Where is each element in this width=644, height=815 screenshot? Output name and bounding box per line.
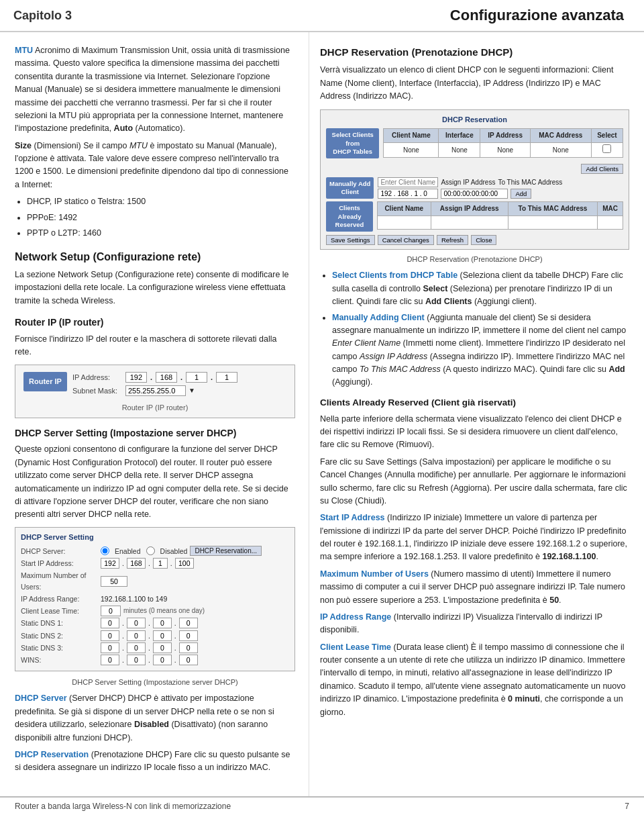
ip-dot-1: .: [150, 372, 152, 383]
dns1-2[interactable]: [127, 618, 146, 628]
cell-mac: None: [530, 142, 591, 158]
wins-label: WINS:: [21, 655, 98, 665]
add-manual-button[interactable]: Add: [511, 189, 531, 199]
col-ip-address: IP Address: [480, 129, 530, 143]
manual-ip-input[interactable]: [378, 189, 438, 199]
max-users-para: Maximum Number of Users (Numero massimo …: [320, 568, 629, 607]
dns2-1[interactable]: [101, 630, 119, 641]
static-dns3-label: Static DNS 3:: [21, 642, 98, 653]
dhcp-mockup-caption: DHCP Server Setting (Impostazione server…: [15, 677, 295, 688]
client-lease-label: Client Lease Time:: [21, 606, 98, 616]
dhcp-disabled-radio[interactable]: [146, 546, 155, 555]
bullet-list: DHCP, IP statico o Telstra: 1500 PPPoE: …: [27, 195, 295, 240]
close-button[interactable]: Close: [471, 235, 496, 245]
add-clients-button[interactable]: Add Clients: [581, 164, 623, 174]
res-mockup-caption: DHCP Reservation (Prenotazione DHCP): [320, 254, 629, 265]
start-ip-1[interactable]: [101, 558, 119, 569]
dhcp-reservation-button[interactable]: DHCP Reservation...: [190, 546, 262, 556]
ip-address-label: IP Address:: [72, 372, 123, 383]
select-clients-section: Select Clients fromDHCP Tables Client Na…: [326, 128, 623, 160]
max-users-term: Maximum Number of Users: [320, 569, 429, 579]
manually-term: Manually Adding Client: [332, 313, 425, 322]
page-header: Capitolo 3 Configurazione avanzata: [0, 0, 644, 32]
dhcp-server-desc: DHCP Server (Server DHCP) DHCP è attivat…: [15, 692, 295, 745]
dns1-4[interactable]: [179, 618, 198, 628]
page-container: Capitolo 3 Configurazione avanzata MTU A…: [0, 0, 644, 815]
start-ip-4[interactable]: [175, 558, 194, 569]
max-users-input[interactable]: [101, 576, 127, 587]
dhcp-radio-group: Enabled Disabled: [101, 546, 187, 557]
select-clients-label-box: Select Clients fromDHCP Tables: [326, 128, 379, 158]
dhcp-res-intro: Verrà visualizzato un elenco di client D…: [320, 64, 629, 103]
max-users-label: Maximum Number ofUsers:: [21, 570, 98, 592]
dns1-1[interactable]: [101, 618, 119, 628]
wins-4[interactable]: [179, 655, 198, 665]
table-row: None None None None: [384, 142, 623, 158]
router-ip-label: Router IP: [23, 372, 67, 391]
enter-client-name-input[interactable]: [378, 177, 438, 187]
client-lease-row: Client Lease Time: minutes (0 means one …: [21, 606, 289, 616]
subnet-input[interactable]: [125, 385, 186, 396]
cancel-changes-button[interactable]: Cancel Changes: [378, 235, 434, 245]
static-dns3-row: Static DNS 3: . . .: [21, 642, 289, 653]
dhcp-server-row-label: DHCP Server:: [21, 546, 98, 557]
wins-1[interactable]: [101, 655, 119, 665]
res-mockup-title: DHCP Reservation: [326, 114, 623, 126]
reserved-col-name: Client Name: [378, 202, 431, 216]
dhcp-enabled-radio[interactable]: [101, 546, 109, 555]
refresh-button[interactable]: Refresh: [437, 235, 468, 245]
clients-reserved-para2: Fare clic su Save Settings (Salva impost…: [320, 456, 629, 508]
right-column: DHCP Reservation (Prenotazione DHCP) Ver…: [309, 32, 644, 796]
subnet-label: Subnet Mask:: [72, 385, 123, 397]
static-dns1-row: Static DNS 1: . . .: [21, 618, 289, 628]
ip-octet-4[interactable]: [216, 372, 237, 383]
ip-dot: .: [148, 558, 150, 569]
ip-octet-2[interactable]: [156, 372, 177, 383]
manual-ip-row: Add: [378, 189, 562, 199]
dns1-dot1: .: [122, 618, 124, 628]
dns2-4[interactable]: [179, 630, 198, 641]
router-ip-fields: IP Address: . . . Subnet Mask:: [72, 372, 237, 397]
select-checkbox[interactable]: [602, 144, 611, 153]
client-lease-input[interactable]: [101, 606, 121, 616]
ip-octet-1[interactable]: [125, 372, 147, 383]
select-clients-bullet: Select Clients from DHCP Table (Selezion…: [332, 269, 629, 308]
client-lease-para: Client Lease Time (Durata lease client) …: [320, 641, 629, 719]
dns3-2[interactable]: [127, 642, 146, 653]
assign-ip-label2: To This MAC Address: [498, 177, 562, 188]
list-item: PPPoE: 1492: [27, 211, 295, 224]
wins-2[interactable]: [127, 655, 146, 665]
dns3-3[interactable]: [153, 642, 172, 653]
dhcp-reservation-label: DHCP Reservation: [15, 750, 89, 759]
ip-range-term: IP Address Range: [320, 612, 391, 622]
dns2-dot2: .: [148, 630, 150, 641]
res-bullet-list: Select Clients from DHCP Table (Selezion…: [332, 269, 629, 389]
main-content: MTU Acronimo di Maximum Transmission Uni…: [0, 32, 644, 796]
reserved-col-ip: Assign IP Address: [431, 202, 508, 216]
dns2-2[interactable]: [127, 630, 146, 641]
reserved-cell-mac: [508, 215, 597, 230]
reserved-cell-action: [598, 215, 623, 230]
select-clients-term: Select Clients from DHCP Table: [332, 271, 458, 280]
dns2-3[interactable]: [153, 630, 172, 641]
dhcp-clients-table: Client Name Interface IP Address MAC Add…: [383, 128, 623, 158]
dns2-dot3: .: [174, 630, 176, 641]
manual-mac-input[interactable]: [441, 189, 508, 199]
list-item: DHCP, IP statico o Telstra: 1500: [27, 195, 295, 208]
subnet-dropdown-icon: ▼: [189, 385, 195, 396]
ip-octet-3[interactable]: [186, 372, 207, 383]
left-column: MTU Acronimo di Maximum Transmission Uni…: [0, 32, 309, 796]
wins-3[interactable]: [153, 655, 172, 665]
start-ip-2[interactable]: [127, 558, 146, 569]
dhcp-reservation-mockup: DHCP Reservation Select Clients fromDHCP…: [320, 109, 629, 250]
dns3-4[interactable]: [179, 642, 198, 653]
ip-dot: .: [170, 558, 172, 569]
start-ip-3[interactable]: [153, 558, 168, 569]
dns1-3[interactable]: [153, 618, 172, 628]
save-settings-button[interactable]: Save Settings: [326, 235, 375, 245]
assign-ip-label: Assign IP Address: [441, 177, 495, 188]
ip-range-label: IP Address Range:: [21, 593, 98, 604]
size-bold: Size: [15, 141, 32, 150]
dns3-1[interactable]: [101, 642, 119, 653]
dhcp-server-mockup: DHCP Server Setting DHCP Server: Enabled…: [15, 527, 295, 672]
